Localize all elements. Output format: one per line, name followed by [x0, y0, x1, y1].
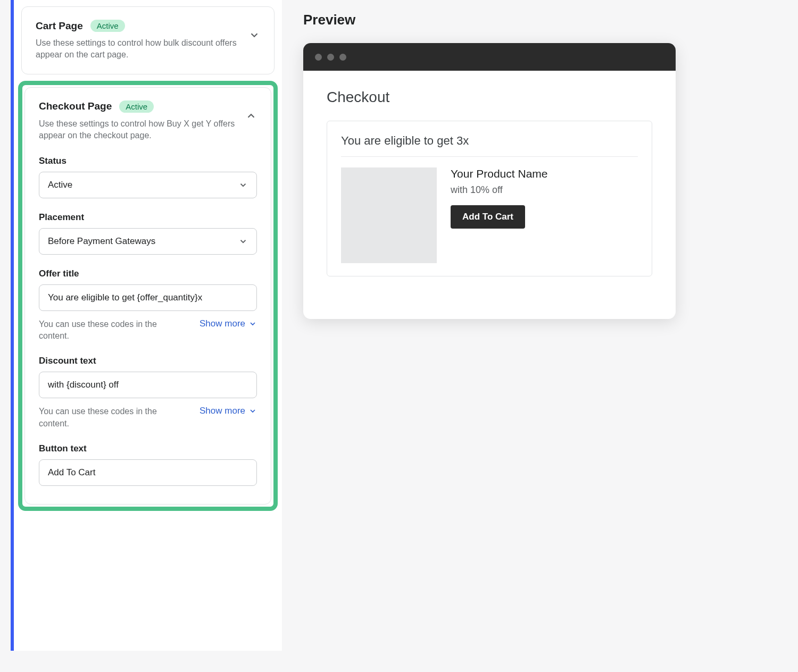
offer-title-input[interactable] — [39, 284, 257, 311]
checkout-heading: Checkout — [327, 89, 652, 106]
offer-heading: You are eligible to get 3x — [341, 134, 638, 157]
discount-text-label: Discount text — [39, 356, 257, 366]
add-to-cart-button[interactable]: Add To Cart — [451, 205, 525, 229]
placement-label: Placement — [39, 212, 257, 223]
product-image-placeholder — [341, 167, 437, 263]
window-dot-icon — [327, 54, 334, 61]
status-select[interactable]: Active — [39, 172, 257, 198]
product-name: Your Product Name — [451, 167, 548, 180]
button-text-input[interactable] — [39, 459, 257, 486]
button-text-label: Button text — [39, 443, 257, 454]
offer-title-helper: You can use these codes in the content. — [39, 318, 161, 342]
offer-box: You are eligible to get 3x Your Product … — [327, 121, 652, 276]
settings-panel: Cart Page Active Use these settings to c… — [11, 0, 282, 651]
preview-discount-text: with 10% off — [451, 184, 548, 196]
window-dot-icon — [339, 54, 346, 61]
chevron-down-icon[interactable] — [248, 29, 260, 41]
placement-select[interactable]: Before Payment Gateways — [39, 228, 257, 255]
preview-panel: Preview Checkout You are eligible to get… — [303, 0, 787, 651]
preview-browser-frame: Checkout You are eligible to get 3x Your… — [303, 43, 676, 319]
discount-text-helper: You can use these codes in the content. — [39, 406, 161, 430]
offer-title-show-more[interactable]: Show more — [200, 318, 257, 329]
checkout-page-desc: Use these settings to control how Buy X … — [39, 118, 245, 142]
chevron-down-icon — [238, 180, 248, 190]
chevron-up-icon[interactable] — [245, 110, 257, 122]
discount-text-input[interactable] — [39, 372, 257, 398]
cart-page-badge: Active — [90, 20, 125, 32]
preview-title: Preview — [303, 12, 787, 28]
placement-value: Before Payment Gateways — [48, 236, 155, 247]
discount-text-show-more[interactable]: Show more — [200, 406, 257, 416]
checkout-page-highlight: Checkout Page Active Use these settings … — [18, 81, 278, 511]
status-value: Active — [48, 180, 72, 190]
checkout-page-title: Checkout Page — [39, 100, 112, 112]
chevron-down-icon — [248, 407, 257, 415]
show-more-label: Show more — [200, 318, 245, 329]
chevron-down-icon — [238, 237, 248, 246]
checkout-page-card: Checkout Page Active Use these settings … — [24, 87, 271, 505]
browser-titlebar — [303, 43, 676, 71]
offer-title-label: Offer title — [39, 268, 257, 279]
cart-page-card[interactable]: Cart Page Active Use these settings to c… — [21, 6, 275, 74]
window-dot-icon — [315, 54, 322, 61]
cart-page-title: Cart Page — [36, 20, 83, 32]
show-more-label: Show more — [200, 406, 245, 416]
cart-page-desc: Use these settings to control how bulk d… — [36, 37, 248, 61]
status-label: Status — [39, 156, 257, 166]
checkout-page-badge: Active — [119, 100, 154, 113]
chevron-down-icon — [248, 320, 257, 328]
